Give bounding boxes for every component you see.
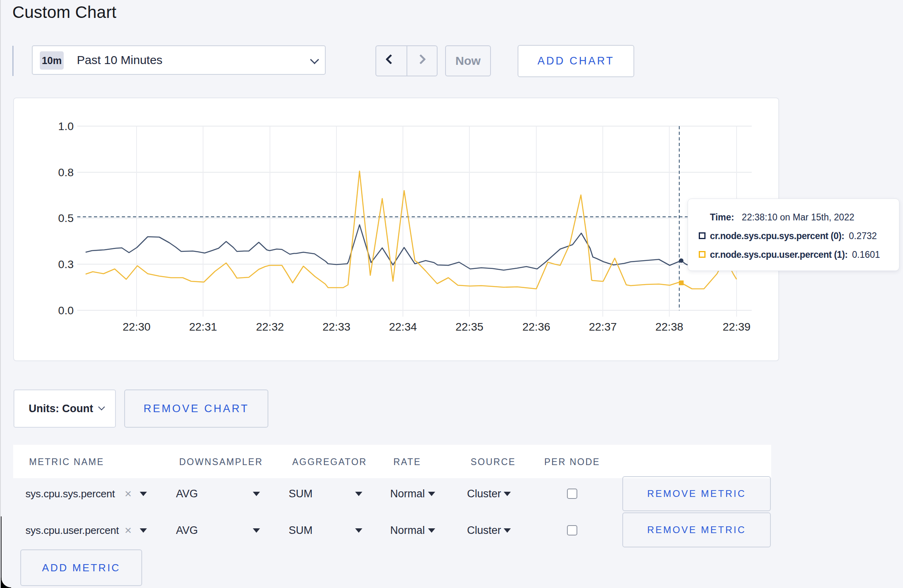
svg-text:22:30: 22:30 [123,321,150,333]
svg-text:22:34: 22:34 [389,321,417,333]
svg-text:0.0: 0.0 [58,304,74,317]
svg-text:22:33: 22:33 [322,321,350,333]
svg-text:22:36: 22:36 [522,321,550,333]
svg-text:22:39: 22:39 [723,321,751,333]
svg-text:0.3: 0.3 [58,258,74,271]
svg-text:22:37: 22:37 [589,321,617,333]
svg-text:22:38: 22:38 [655,321,683,333]
svg-text:0.8: 0.8 [58,166,74,179]
svg-text:22:35: 22:35 [455,321,483,333]
svg-text:0.5: 0.5 [58,212,74,224]
svg-text:22:31: 22:31 [189,321,217,333]
svg-text:1.0: 1.0 [58,120,74,132]
svg-text:22:32: 22:32 [256,321,284,333]
